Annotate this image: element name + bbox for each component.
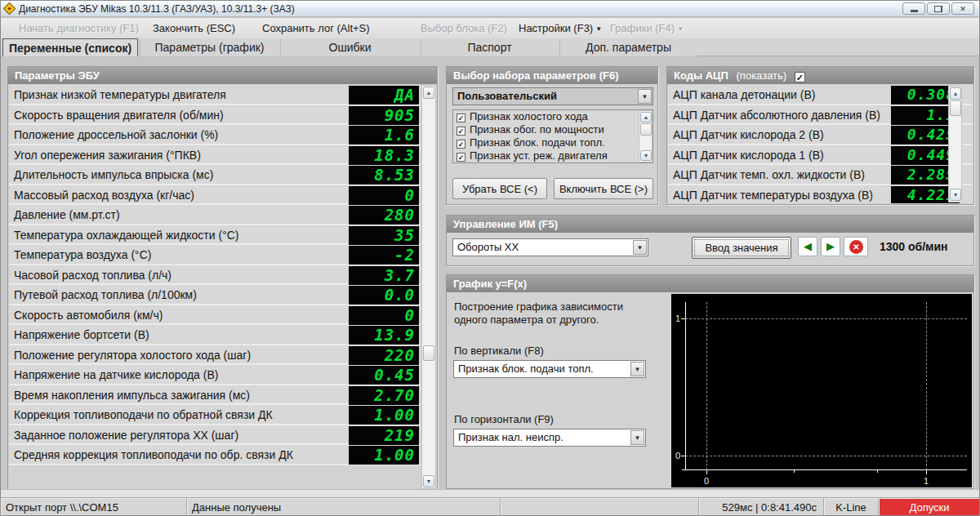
chevron-down-icon[interactable]: ▼ [638, 89, 652, 104]
menu-graphs: Графики (F4)▼ [605, 18, 688, 38]
tab-parameters-graph[interactable]: Параметры (график) [140, 39, 278, 56]
ecu-scrollbar[interactable]: ▲ ▼ [421, 85, 436, 489]
tab-passport[interactable]: Паспорт [421, 39, 558, 56]
tab-variables-list[interactable]: Переменные (список) [2, 38, 138, 56]
graph-panel: График y=F(x) Построение графика зависим… [446, 274, 974, 489]
table-row[interactable]: Длительность импульса впрыска (мс) 8.53 [9, 165, 421, 185]
adc-scrollbar[interactable]: ▲ ▼ [948, 86, 962, 202]
checkbox-checked-icon[interactable]: ✓ [457, 113, 466, 122]
table-row[interactable]: Признак низкой температуры двигателя ДА [9, 85, 421, 105]
horizontal-axis-label: По горизонтали (F9) [454, 413, 554, 425]
param-label: Длительность импульса впрыска (мс) [14, 168, 213, 181]
list-item[interactable]: ✓Признак блок. подачи топл. [453, 136, 653, 149]
app-window: Диагностика ЭБУ Mikas 10.3/11.3 (ГАЗ/УАЗ… [0, 0, 980, 516]
menubar: Начать диагностику (F1) Закончить (ESC) … [1, 18, 980, 38]
table-row[interactable]: Массовый расход воздуха (кг/час) 0 [9, 185, 421, 206]
vertical-axis-combobox[interactable]: Признак блок. подачи топл. ▼ [453, 360, 646, 378]
stop-icon: ✕ [849, 240, 863, 254]
table-row[interactable]: АЦП Датчик темп. охл. жидкости (В) 2.285 [668, 165, 973, 185]
scroll-up-icon[interactable]: ▲ [423, 87, 434, 99]
checkbox-list-scrollbar[interactable]: ▲ ▼ [639, 110, 653, 162]
chevron-down-icon[interactable]: ▼ [630, 362, 644, 376]
param-value-led: -2 [349, 246, 419, 265]
graph-panel-title: График y=F(x) [447, 275, 973, 292]
enter-value-button[interactable]: Ввод значения [692, 237, 791, 259]
checkbox-checked-icon[interactable]: ✓ [457, 127, 466, 136]
table-row[interactable]: АЦП Датчик абсолютного давления (В) 1.1 [668, 105, 973, 126]
ecu-parameter-table: Признак низкой температуры двигателя ДА … [9, 85, 421, 489]
scroll-thumb[interactable] [423, 345, 434, 361]
table-row[interactable]: Скорость автомобиля (км/ч) 0 [9, 305, 421, 326]
param-label: Заданное положение регулятора ХХ (шаг) [14, 429, 238, 442]
scroll-down-icon[interactable]: ▼ [950, 189, 961, 201]
table-row[interactable]: Температура охлаждающей жидкости (°С) 35 [9, 225, 421, 246]
stop-button[interactable]: ✕ [844, 237, 868, 256]
list-item[interactable]: ✓Признак холостого хода [453, 110, 653, 123]
table-row[interactable]: Положение регулятора холостого хода (шаг… [9, 345, 421, 366]
horizontal-axis-combobox[interactable]: Признак нал. неиспр. ▼ [453, 429, 646, 447]
table-row[interactable]: Напряжение бортсети (В) 13.9 [9, 325, 421, 345]
restore-button[interactable] [927, 2, 950, 15]
adc-show-label: (показать) [737, 69, 787, 82]
table-row[interactable]: АЦП Датчик температуры воздуха (В) 4.221 [668, 185, 973, 204]
param-label: Скорость автомобиля (км/ч) [14, 309, 163, 322]
list-item[interactable]: ✓Признак уст. реж. двигателя [453, 149, 653, 162]
table-row[interactable]: Коррекция топливоподачи по обратной связ… [9, 405, 421, 425]
adc-table: АЦП канала детонации (В) 0.308 АЦП Датчи… [668, 85, 973, 203]
im-combobox[interactable]: Обороты ХХ ▼ [452, 238, 648, 256]
menu-save-log[interactable]: Сохранить лог (Alt+S) [257, 18, 375, 38]
scroll-up-icon[interactable]: ▲ [950, 87, 961, 100]
table-row[interactable]: Заданное положение регулятора ХХ (шаг) 2… [9, 425, 421, 446]
table-row[interactable]: Средняя коррекция топливоподачи по обр. … [9, 445, 421, 465]
table-row[interactable]: Скорость вращения двигателя (об/мин) 905 [9, 105, 421, 126]
checkbox-checked-icon[interactable]: ✓ [457, 153, 466, 162]
chevron-down-icon[interactable]: ▼ [633, 240, 647, 255]
table-row[interactable]: Часовой расход топлива (л/ч) 3.7 [9, 265, 421, 286]
checkbox-checked-icon[interactable]: ✓ [457, 140, 466, 149]
scroll-down-icon[interactable]: ▼ [423, 475, 434, 487]
include-all-button[interactable]: Включить ВСЕ (>) [554, 178, 653, 199]
menu-finish[interactable]: Закончить (ESC) [148, 18, 240, 38]
table-row[interactable]: АЦП Датчик кислорода 2 (В) 0.425 [668, 125, 973, 145]
vertical-axis-selected: Признак блок. подачи топл. [458, 363, 594, 375]
table-row[interactable]: АЦП канала детонации (В) 0.308 [668, 85, 973, 105]
table-row[interactable]: Путевой расход топлива (л/100км) 0.0 [9, 285, 421, 305]
window-title: Диагностика ЭБУ Mikas 10.3/11.3 (ГАЗ/УАЗ… [19, 3, 295, 15]
param-value-led: 1.00 [349, 446, 419, 465]
tab-errors[interactable]: Ошибки [280, 39, 419, 56]
list-item[interactable]: ✓Признак обог. по мощности [453, 123, 653, 136]
chevron-down-icon[interactable]: ▼ [630, 430, 644, 445]
table-row[interactable]: Напряжение на датчике кислорода (В) 0.45 [9, 365, 421, 385]
table-row[interactable]: Угол опережения зажигания (°ПКВ) 18.3 [9, 145, 421, 166]
table-row[interactable]: Температура воздуха (°С) -2 [9, 245, 421, 265]
param-value-led: 0 [349, 186, 419, 205]
minimize-button[interactable] [902, 2, 925, 15]
scroll-thumb[interactable] [640, 123, 652, 136]
table-row[interactable]: АЦП Датчик кислорода 1 (В) 0.449 [668, 145, 973, 166]
tab-extra-parameters[interactable]: Доп. параметры [559, 39, 697, 56]
gridline-x1 [926, 302, 927, 470]
table-row[interactable]: Давление (мм.рт.ст) 280 [9, 205, 421, 225]
param-label: Часовой расход топлива (л/ч) [14, 269, 172, 282]
status-protocol: K-Line [824, 498, 879, 516]
table-row[interactable]: Время накопления импульса зажигания (мс)… [9, 385, 421, 406]
scroll-thumb[interactable] [950, 100, 961, 116]
step-left-button[interactable]: ◀ [798, 237, 817, 256]
remove-all-button[interactable]: Убрать ВСЕ (<) [452, 178, 547, 199]
gridline-y1 [685, 318, 967, 319]
titlebar: Диагностика ЭБУ Mikas 10.3/11.3 (ГАЗ/УАЗ… [1, 1, 980, 17]
checkbox-label: Признак уст. реж. двигателя [470, 149, 608, 162]
adc-show-checkbox[interactable]: ✓ [795, 72, 805, 82]
adc-label: АЦП Датчик кислорода 1 (В) [673, 149, 824, 162]
step-right-button[interactable]: ▶ [821, 237, 840, 256]
im-readout: 1300 об/мин [880, 240, 948, 253]
parameter-set-combobox[interactable]: Пользовательский ▼ [452, 87, 653, 105]
statusbar: Открыт порт \\.\COM15 Данные получены 52… [1, 497, 980, 516]
menu-settings[interactable]: Настройки (F3)▼ [514, 18, 607, 38]
close-button[interactable]: ✕ [951, 2, 974, 15]
table-row[interactable]: Положение дроссельной заслонки (%) 1.6 [9, 125, 421, 145]
menu-block-select: Выбор блока (F2) [416, 18, 512, 38]
scroll-down-icon[interactable]: ▼ [640, 150, 652, 161]
scroll-up-icon[interactable]: ▲ [640, 112, 652, 122]
checkbox-label: Признак холостого хода [470, 110, 588, 122]
